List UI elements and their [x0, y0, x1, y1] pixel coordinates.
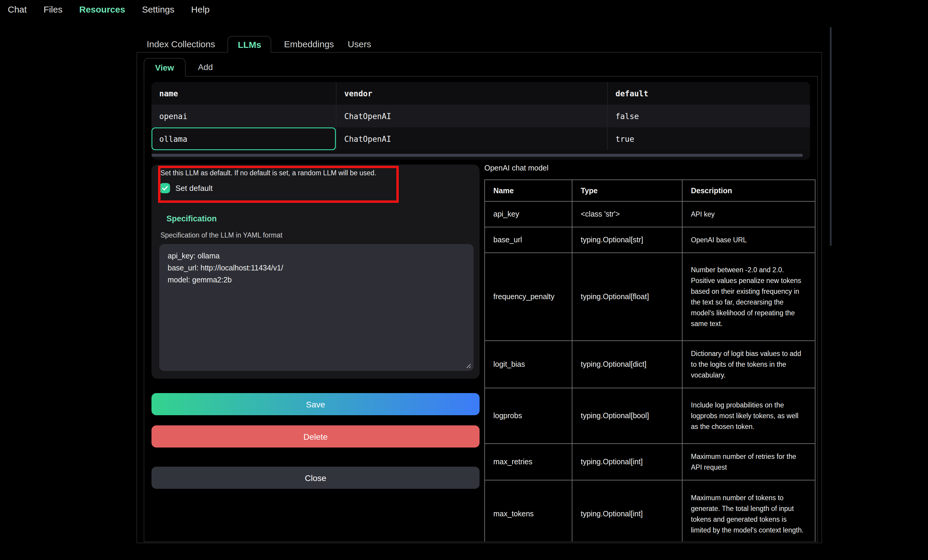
default-note: Set this LLM as default. If no default i…: [160, 169, 395, 177]
model-cell-base-url-name: base_url: [485, 227, 572, 253]
resize-handle-icon[interactable]: [465, 362, 471, 368]
llm-cell-openai-name[interactable]: openai: [151, 105, 336, 128]
model-cell-api-key-type: <class 'str'>: [572, 201, 682, 227]
specification-heading: Specification: [166, 214, 217, 223]
llm-detail-card: Set this LLM as default. If no default i…: [151, 164, 479, 379]
model-cell-logprobs-description: Include log probabilities on the logprob…: [682, 388, 815, 444]
nav-item-chat[interactable]: Chat: [8, 4, 27, 14]
tab-llms[interactable]: LLMs: [227, 36, 271, 53]
nav-item-resources[interactable]: Resources: [79, 4, 125, 14]
model-row-logprobs: logprobstyping.Optional[bool]Include log…: [485, 388, 815, 444]
checkbox-label: Set default: [176, 184, 212, 193]
horizontal-scrollbar-thumb[interactable]: [151, 154, 803, 157]
llm-table-row-ollama[interactable]: ollamaChatOpenAItrue: [151, 128, 810, 150]
app-root: ChatFilesResourcesSettingsHelp Index Col…: [0, 0, 928, 560]
model-cell-max-tokens-description: Maximum number of tokens to generate. Th…: [682, 480, 815, 542]
model-cell-logit-bias-type: typing.Optional[dict]: [572, 341, 682, 388]
model-cell-logit-bias-name: logit_bias: [485, 341, 572, 388]
llm-cell-ollama-vendor[interactable]: ChatOpenAI: [336, 128, 607, 150]
model-cell-frequency-penalty-description: Number between -2.0 and 2.0. Positive va…: [682, 253, 815, 341]
checkmark-icon: [162, 185, 168, 192]
model-cell-logprobs-name: logprobs: [485, 388, 572, 444]
model-cell-base-url-description: OpenAI base URL: [682, 227, 815, 253]
top-nav: ChatFilesResourcesSettingsHelp: [8, 0, 209, 18]
model-cell-max-tokens-type: typing.Optional[int]: [572, 480, 682, 542]
yaml-spec-textarea[interactable]: api_key: ollama base_url: http://localho…: [159, 244, 473, 371]
model-cell-api-key-name: api_key: [485, 201, 572, 227]
main-tab-bar: Index CollectionsLLMsEmbeddingsUsers: [136, 36, 822, 53]
sub-tab-bar: ViewAdd: [144, 58, 818, 76]
llm-table-header-row: namevendordefault: [151, 82, 810, 105]
model-row-api-key: api_key<class 'str'>API key: [485, 201, 815, 227]
model-cell-api-key-description: API key: [682, 201, 815, 227]
model-column-header-description: Description: [682, 180, 815, 201]
model-cell-max-retries-type: typing.Optional[int]: [572, 444, 682, 480]
model-param-table: NameTypeDescription api_key<class 'str'>…: [484, 180, 815, 542]
view-tab-panel: namevendordefault openaiChatOpenAIfalseo…: [144, 76, 818, 542]
vertical-scrollbar-thumb[interactable]: [830, 27, 832, 246]
llm-list-table: namevendordefault openaiChatOpenAIfalseo…: [151, 82, 810, 160]
tab-embeddings[interactable]: Embeddings: [283, 36, 335, 52]
specification-caption: Specification of the LLM in YAML format: [160, 231, 282, 239]
checkbox-checked-icon[interactable]: [160, 183, 170, 193]
tab-index-collections[interactable]: Index Collections: [145, 36, 216, 52]
model-table-title: OpenAI chat model: [484, 164, 548, 172]
model-row-base-url: base_urltyping.Optional[str]OpenAI base …: [485, 227, 815, 253]
model-column-header-name: Name: [485, 180, 572, 201]
model-cell-max-retries-description: Maximum number of retries for the API re…: [682, 444, 815, 480]
model-cell-max-tokens-name: max_tokens: [485, 480, 572, 542]
nav-item-files[interactable]: Files: [43, 4, 62, 14]
nav-item-settings[interactable]: Settings: [142, 4, 174, 14]
model-cell-base-url-type: typing.Optional[str]: [572, 227, 682, 253]
llms-tab-panel: ViewAdd namevendordefault openaiChatOpen…: [136, 53, 822, 543]
llm-cell-ollama-name[interactable]: ollama: [151, 128, 336, 150]
subtab-view[interactable]: View: [144, 58, 185, 76]
llm-cell-openai-default[interactable]: false: [607, 105, 810, 128]
model-cell-frequency-penalty-type: typing.Optional[float]: [572, 253, 682, 341]
tab-users[interactable]: Users: [346, 36, 372, 52]
close-button[interactable]: Close: [151, 467, 479, 489]
llm-cell-ollama-default[interactable]: true: [607, 128, 810, 150]
set-default-checkbox-row[interactable]: Set default: [160, 183, 212, 193]
model-row-frequency-penalty: frequency_penaltytyping.Optional[float]N…: [485, 253, 815, 341]
save-button[interactable]: Save: [151, 393, 479, 415]
yaml-editor-wrap: api_key: ollama base_url: http://localho…: [159, 244, 473, 371]
delete-button[interactable]: Delete: [151, 425, 479, 447]
llm-cell-openai-vendor[interactable]: ChatOpenAI: [336, 105, 607, 128]
model-cell-frequency-penalty-name: frequency_penalty: [485, 253, 572, 341]
model-row-logit-bias: logit_biastyping.Optional[dict]Dictionar…: [485, 341, 815, 388]
model-table-header-row: NameTypeDescription: [485, 180, 815, 201]
model-row-max-retries: max_retriestyping.Optional[int]Maximum n…: [485, 444, 815, 480]
subtab-add[interactable]: Add: [194, 58, 217, 76]
model-cell-logprobs-type: typing.Optional[bool]: [572, 388, 682, 444]
model-cell-max-retries-name: max_retries: [485, 444, 572, 480]
model-column-header-type: Type: [572, 180, 682, 201]
llm-column-header-vendor: vendor: [336, 82, 607, 105]
llm-column-header-default: default: [607, 82, 810, 105]
llm-column-header-name: name: [151, 82, 336, 105]
model-row-max-tokens: max_tokenstyping.Optional[int]Maximum nu…: [485, 480, 815, 542]
model-cell-logit-bias-description: Dictionary of logit bias values to add t…: [682, 341, 815, 388]
llm-table-row-openai[interactable]: openaiChatOpenAIfalse: [151, 105, 810, 128]
nav-item-help[interactable]: Help: [191, 4, 210, 14]
